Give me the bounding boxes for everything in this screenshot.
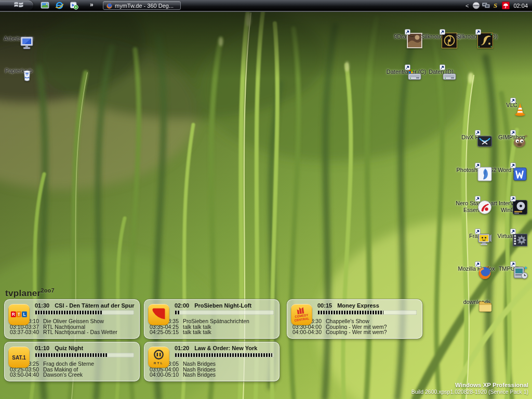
channel-logo-rtl-icon: RTL (8, 304, 30, 325)
channel-logo-sat-1-icon: SAT.1 (8, 347, 30, 368)
now-title: Quiz Night (55, 345, 83, 351)
internet-explorer-icon[interactable] (55, 1, 64, 10)
desktop-icon-downloads[interactable]: downloads (454, 298, 500, 305)
now-title: CSI - Den Tätern auf der Spur (55, 302, 134, 309)
tv-card-sat-1[interactable]: SAT.101:10Quiz Night02:25-03:25Frag doch… (4, 342, 140, 381)
schedule-title: Die Oliver Geissen Show (43, 318, 104, 324)
start-button[interactable] (0, 1, 33, 10)
schedule-title: Coupling - Wer mit wem? (326, 329, 387, 335)
desktop-screen: ArbeitsplatzPapierkorb9DragonsSilkroad (… (0, 0, 532, 399)
tray-avira-antivir-icon[interactable] (502, 2, 510, 9)
schedule-row: 04:25-05:15talk talk talk (150, 329, 275, 335)
channel-logo-comedy-central-icon: COMEDYCENTRAL (291, 304, 312, 325)
now-time: 01:30 (35, 302, 49, 309)
channel-logo-rtl-ii-icon: RTL (148, 347, 169, 368)
tv-card-rtl[interactable]: RTL01:30CSI - Den Tätern auf der Spur02:… (4, 299, 140, 339)
svg-text:RTL: RTL (154, 362, 164, 365)
svg-text:S: S (494, 2, 497, 9)
taskbar: » mymTw.de - 360 Deg... < SS 02:04 (0, 0, 532, 11)
schedule-title: Nash Bridges (183, 367, 216, 373)
schedule-title: talk talk talk (183, 329, 211, 335)
desktop-icon-papierkorb[interactable]: Papierkorb (0, 66, 42, 74)
schedule-title: Nash Bridges (183, 361, 216, 367)
schedule-row: 03:37-03:40RTL Nachtjournal - Das Wetter (10, 329, 135, 335)
schedule-title: Coupling - Wer mit wem? (326, 324, 387, 330)
now-time: 01:20 (175, 345, 189, 351)
svg-text:L: L (23, 312, 25, 317)
desktop-icon-daten-d[interactable]: Daten (D) (418, 68, 464, 75)
tvplaner-title: tvplaner2oo7 (5, 287, 55, 299)
desktop-icon-intervideo-windvd[interactable]: InterVideoWinDVD (489, 199, 532, 213)
schedule-title: Dawson's Creek (43, 372, 83, 378)
svg-text:R: R (12, 312, 15, 317)
now-playing-line: 01:20Law & Order: New York (175, 345, 275, 351)
tray-gray-sphere-icon[interactable] (472, 2, 480, 9)
progress-fill (318, 311, 383, 314)
schedule-title: Nash Bridges (183, 372, 216, 378)
tvplaner-title-year: 2oo7 (41, 287, 55, 294)
taskbar-window-button-firefox[interactable]: mymTw.de - 360 Deg... (103, 1, 181, 10)
schedule-row: 04:00-05:10Nash Bridges (150, 372, 275, 378)
desktop-icon-virtualdub[interactable]: VirtualDub) (489, 232, 532, 240)
progress-fill (35, 311, 103, 314)
tv-card-prosieben[interactable]: 02:00ProSieben Night-Loft03:30-03:35ProS… (144, 299, 280, 339)
now-playing-line: 01:10Quiz Night (35, 345, 135, 351)
schedule-title: Chappelle's Show (326, 318, 369, 324)
shortcut-arrow-icon (510, 128, 516, 134)
schedule-title: ProSieben Spätnachrichten (183, 318, 249, 324)
firefox-icon (106, 2, 113, 9)
desktop-icon-vlc[interactable]: VLC (489, 101, 532, 109)
desktop-icon-tmpgenc[interactable]: TMPGEnc (489, 264, 532, 272)
progress-fill (35, 353, 107, 357)
schedule-time: 04:00-04:30 (292, 329, 326, 335)
schedule-time: 03:50-04:40 (10, 372, 43, 378)
windows-version-watermark: Windows XP Professional Build 2600.xpsp1… (411, 382, 528, 395)
tray-collapse-chevron[interactable]: < (466, 3, 469, 9)
now-playing-line: 00:15Money Express (317, 302, 418, 309)
progress-fill (175, 353, 272, 357)
tv-card-comedy-central[interactable]: COMEDYCENTRAL00:15Money Express03:00-03:… (287, 299, 422, 339)
quick-launch-overflow-chevron[interactable]: » (90, 1, 93, 8)
taskbar-clock[interactable]: 02:04 (513, 3, 528, 9)
schedule-row: 03:50-04:40Dawson's Creek (10, 372, 135, 378)
shortcut-arrow-icon (475, 161, 481, 167)
shortcut-arrow-icon (405, 63, 410, 69)
shortcut-arrow-icon (475, 28, 481, 33)
svg-text:SAT.1: SAT.1 (12, 355, 26, 361)
schedule-time: 04:00-05:10 (150, 372, 183, 378)
shortcut-arrow-icon (510, 96, 516, 102)
tray-yellow-s-icon[interactable]: SS (492, 2, 500, 9)
now-title: ProSieben Night-Loft (194, 302, 251, 309)
desktop-icon-word-2003[interactable]: Word 2003 (489, 166, 532, 174)
shortcut-arrow-icon (475, 128, 481, 134)
now-title: Law & Order: New York (194, 345, 257, 351)
progress-fill (175, 311, 179, 314)
tv-card-rtl-ii[interactable]: RTL01:20Law & Order: New York02:05-03:05… (144, 342, 280, 381)
shortcut-arrow-icon (440, 28, 445, 33)
shortcut-arrow-icon (510, 260, 516, 265)
shortcut-arrow-icon (510, 227, 516, 233)
media-player-icon[interactable] (70, 1, 78, 10)
shortcut-arrow-icon (475, 260, 481, 265)
show-desktop-icon[interactable] (41, 1, 49, 10)
shortcut-arrow-icon (405, 28, 410, 33)
desktop-icon-arbeitsplatz[interactable]: Arbeitsplatz (0, 34, 42, 42)
windows-flag-icon (0, 1, 24, 10)
desktop-icon-gimpshop[interactable]: GIMPshop (489, 133, 532, 141)
wallpaper-grass (0, 0, 532, 399)
schedule-row: 04:00-04:30Coupling - Wer mit wem? (292, 329, 418, 335)
my-computer-icon (19, 34, 35, 51)
shortcut-arrow-icon (440, 63, 445, 69)
desktop-icon-silkroad-ksro[interactable]: Silkroad (kSRO) (454, 32, 500, 40)
schedule-title: talk talk talk (183, 324, 211, 330)
windows-version-line1: Windows XP Professional (411, 382, 528, 389)
now-playing-line: 02:00ProSieben Night-Loft (175, 302, 275, 309)
shortcut-arrow-icon (475, 194, 481, 200)
schedule-title: Das Making of (43, 367, 78, 373)
progress-bar (175, 310, 274, 315)
tray-network-connection-icon[interactable] (482, 2, 490, 9)
now-time: 00:15 (317, 302, 332, 309)
shortcut-arrow-icon (510, 161, 516, 167)
svg-text:T: T (18, 312, 21, 317)
progress-bar (317, 310, 417, 315)
